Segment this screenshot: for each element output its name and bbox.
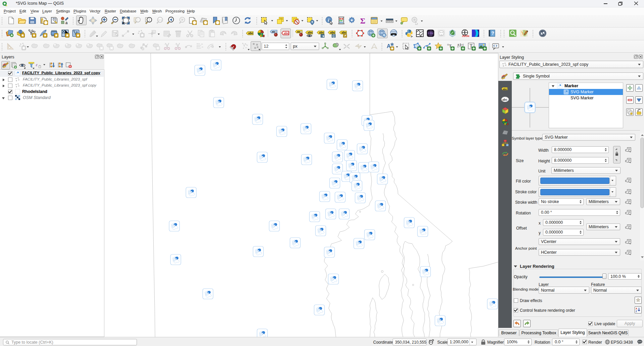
svg-text:Z: Z: [636, 310, 637, 312]
svg-text:abc: abc: [502, 98, 507, 101]
svg-text:abc: abc: [503, 88, 507, 90]
svg-text:A: A: [636, 307, 637, 310]
